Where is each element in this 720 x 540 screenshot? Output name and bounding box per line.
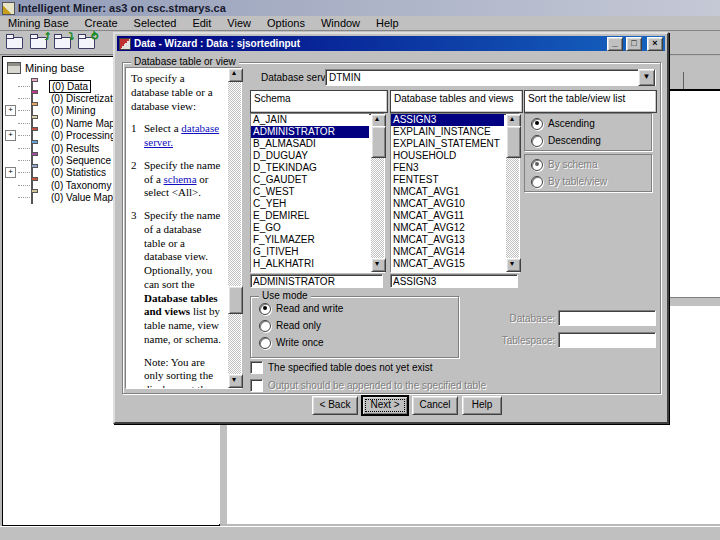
- schema-list-item[interactable]: C_WEST: [251, 186, 369, 198]
- import-folder-icon[interactable]: ⤵: [54, 37, 71, 49]
- menu-item[interactable]: Create: [77, 17, 126, 29]
- schema-list-item[interactable]: C_GAUDET: [251, 174, 369, 186]
- table-list-item[interactable]: FEN3: [391, 162, 504, 174]
- radio-icon[interactable]: [259, 337, 271, 349]
- table-list-item[interactable]: ASSIGN3: [391, 114, 504, 126]
- schema-scrollbar[interactable]: [371, 114, 384, 272]
- tree-item-label: (0) Results: [49, 143, 101, 154]
- tree-item-label: (0) Data: [49, 80, 91, 93]
- maximize-icon[interactable]: [626, 37, 642, 51]
- expander-icon[interactable]: [5, 105, 16, 116]
- expander-icon[interactable]: [5, 167, 16, 178]
- tables-input[interactable]: [390, 274, 518, 288]
- schema-list-item[interactable]: F_YILMAZER: [251, 234, 369, 246]
- instruction-text: To specify a database table or a databas…: [126, 68, 241, 388]
- scroll-thumb[interactable]: [228, 286, 243, 314]
- menu-item[interactable]: Edit: [184, 17, 219, 29]
- table-list-item[interactable]: NMCAT_AVG10: [391, 198, 504, 210]
- window-title: Intelligent Miner: as3 on csc.stmarys.ca: [18, 2, 226, 14]
- use-mode-option[interactable]: Read and write: [259, 300, 458, 317]
- menu-item[interactable]: Options: [259, 17, 313, 29]
- dialog-title-bar[interactable]: Data - Wizard : Data : sjsortedinput: [117, 36, 665, 51]
- sort-radio-option[interactable]: Ascending: [531, 115, 651, 132]
- wizard-button[interactable]: Cancel: [412, 396, 458, 415]
- menu-item[interactable]: View: [219, 17, 259, 29]
- schema-list-item[interactable]: A_JAIN: [251, 114, 369, 126]
- tablespace-label: Tablespace:: [496, 335, 555, 346]
- scroll-down-icon[interactable]: [506, 258, 521, 272]
- table-list-item[interactable]: NMCAT_AVG11: [391, 210, 504, 222]
- status-bar: [0, 526, 720, 540]
- schema-list: A_JAINADMINISTRATORB_ALMASADID_DUGUAYD_T…: [250, 113, 385, 273]
- wizard-button[interactable]: Help: [462, 396, 502, 415]
- wizard-button[interactable]: Next >: [362, 396, 408, 415]
- checkbox-row[interactable]: Output should be appended to the specifi…: [250, 376, 630, 394]
- menu-item[interactable]: Window: [313, 17, 368, 29]
- radio-icon[interactable]: [531, 159, 543, 171]
- data-wizard-dialog: Data - Wizard : Data : sjsortedinput Dat…: [113, 32, 669, 424]
- use-mode-option[interactable]: Read only: [259, 317, 458, 334]
- sort-radio-option[interactable]: By table/view: [531, 173, 651, 190]
- instruction-link[interactable]: schema: [164, 173, 197, 185]
- table-list-item[interactable]: NMCAT_AVG15: [391, 258, 504, 270]
- menu-item[interactable]: Selected: [126, 17, 185, 29]
- instruction-panel: To specify a database table or a databas…: [125, 67, 242, 389]
- tablespace-field[interactable]: [558, 332, 656, 348]
- table-list-item[interactable]: NMCAT_AVG1: [391, 186, 504, 198]
- tables-scrollbar[interactable]: [506, 114, 519, 272]
- sort-radio-option[interactable]: Descending: [531, 132, 651, 149]
- expander-icon[interactable]: [5, 130, 16, 141]
- menu-item[interactable]: Help: [368, 17, 407, 29]
- checkbox-icon[interactable]: [250, 379, 263, 392]
- instruction-scrollbar[interactable]: [228, 68, 241, 388]
- minimize-icon[interactable]: [607, 37, 623, 51]
- table-list-item[interactable]: HOUSEHOLD: [391, 150, 504, 162]
- export-folder-icon[interactable]: ⥁: [78, 37, 95, 49]
- column-divider[interactable]: [683, 72, 684, 89]
- scroll-thumb[interactable]: [506, 126, 521, 158]
- use-mode-group: Use mode Read and write Read only Write …: [250, 296, 459, 358]
- scroll-thumb[interactable]: [371, 126, 386, 158]
- sort-radio-option[interactable]: By schema: [531, 156, 651, 173]
- radio-icon[interactable]: [531, 176, 543, 188]
- table-list-item[interactable]: NMCAT_AVG14: [391, 246, 504, 258]
- radio-icon[interactable]: [531, 118, 543, 130]
- radio-icon[interactable]: [259, 303, 271, 315]
- radio-icon[interactable]: [531, 135, 543, 147]
- radio-icon[interactable]: [259, 320, 271, 332]
- scroll-down-icon[interactable]: [228, 374, 243, 388]
- close-icon[interactable]: [647, 37, 663, 51]
- table-list-item[interactable]: EXPLAIN_INSTANCE: [391, 126, 504, 138]
- tree-item-label: (0) Processing: [49, 130, 117, 141]
- database-field[interactable]: [558, 310, 656, 326]
- menu-item[interactable]: Mining Base: [0, 17, 77, 29]
- schema-list-item[interactable]: C_YEH: [251, 198, 369, 210]
- schema-list-item[interactable]: H_ALKHATRI: [251, 258, 369, 270]
- table-list-item[interactable]: NMCAT_AVG13: [391, 234, 504, 246]
- dialog-icon: [119, 38, 131, 50]
- checkbox-icon[interactable]: [250, 361, 263, 374]
- new-folder-icon[interactable]: [6, 37, 23, 49]
- tree-item-label: (0) Sequence: [49, 155, 113, 166]
- chevron-down-icon[interactable]: ▼: [638, 69, 655, 86]
- table-list-item[interactable]: FENTEST: [391, 174, 504, 186]
- table-list-item[interactable]: NMCAT_AVG12: [391, 222, 504, 234]
- scroll-down-icon[interactable]: [371, 258, 386, 272]
- checkbox-row[interactable]: The specified table does not yet exist: [250, 358, 630, 376]
- database-server-combo[interactable]: DTMIN ▼: [325, 69, 656, 86]
- open-folder-icon[interactable]: ⤴: [30, 37, 47, 49]
- schema-list-item[interactable]: E_DEMIREL: [251, 210, 369, 222]
- schema-list-item[interactable]: G_ITIVEH: [251, 246, 369, 258]
- schema-list-item[interactable]: D_DUGUAY: [251, 150, 369, 162]
- schema-input[interactable]: [250, 274, 383, 288]
- schema-list-item[interactable]: E_GO: [251, 222, 369, 234]
- use-mode-option[interactable]: Write once: [259, 334, 458, 351]
- scroll-up-icon[interactable]: [228, 68, 243, 82]
- instruction-note: Note: You are only sorting the display, …: [131, 356, 225, 389]
- main-title-bar: Intelligent Miner: as3 on csc.stmarys.ca: [0, 0, 720, 16]
- table-list-item[interactable]: EXPLAIN_STATEMENT: [391, 138, 504, 150]
- schema-list-item[interactable]: B_ALMASADI: [251, 138, 369, 150]
- wizard-button[interactable]: < Back: [312, 396, 358, 415]
- schema-list-item[interactable]: ADMINISTRATOR: [251, 126, 369, 138]
- schema-list-item[interactable]: D_TEKINDAG: [251, 162, 369, 174]
